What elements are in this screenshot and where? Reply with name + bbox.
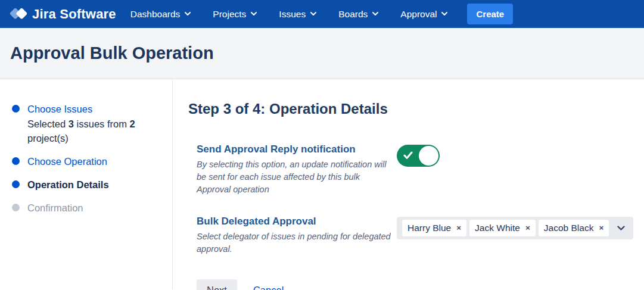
cancel-link[interactable]: Cancel <box>253 285 284 290</box>
main-panel: Step 3 of 4: Operation Details Send Appr… <box>173 79 644 289</box>
step-bullet-icon <box>12 105 20 113</box>
selected-tag: Jack White × <box>469 220 536 236</box>
tag-label: Jacob Black <box>544 223 594 233</box>
tag-label: Jack White <box>475 223 520 233</box>
field-row-send-notification: Send Approval Reply notification By sele… <box>188 144 633 196</box>
field-control-column: Harry Blue × Jack White × Jacob Black × <box>397 216 633 239</box>
field-description: By selecting this option, an update noti… <box>197 158 393 196</box>
step-confirmation: Confirmation <box>12 201 160 215</box>
step-bullet-icon <box>12 157 20 165</box>
nav-menu: Dashboards Projects Issues Boards Approv… <box>130 9 448 20</box>
jira-logo-icon <box>10 5 27 23</box>
wizard-steps-sidebar: Choose Issues Selected 3 issues from 2 p… <box>0 79 173 289</box>
caption-text: Selected <box>27 119 66 129</box>
step-caption: Selected 3 issues from 2 project(s) <box>27 117 160 145</box>
tag-label: Harry Blue <box>407 223 451 233</box>
nav-item-approval[interactable]: Approval <box>400 9 447 20</box>
step-bullet-icon <box>12 180 20 188</box>
selected-tag: Harry Blue × <box>402 220 466 236</box>
remove-tag-icon[interactable]: × <box>599 224 603 232</box>
step-label[interactable]: Choose Issues <box>27 102 160 116</box>
content: Choose Issues Selected 3 issues from 2 p… <box>0 79 644 289</box>
remove-tag-icon[interactable]: × <box>525 224 530 232</box>
next-button[interactable]: Next <box>197 279 237 290</box>
caption-text: project(s) <box>27 133 69 144</box>
nav-item-label: Approval <box>400 9 437 20</box>
remove-tag-icon[interactable]: × <box>456 224 461 232</box>
step-heading: Step 3 of 4: Operation Details <box>188 101 633 117</box>
step-choose-issues[interactable]: Choose Issues Selected 3 issues from 2 p… <box>12 102 160 145</box>
projects-count: 2 <box>130 119 135 129</box>
create-button[interactable]: Create <box>467 4 513 24</box>
step-bullet-icon <box>12 204 20 211</box>
step-label: Confirmation <box>27 201 83 215</box>
page-title: Approval Bulk Operation <box>10 43 214 63</box>
field-row-bulk-delegated: Bulk Delegated Approval Select delegator… <box>188 216 633 255</box>
chevron-down-icon <box>372 12 378 16</box>
notification-toggle[interactable] <box>397 145 440 167</box>
nav-item-issues[interactable]: Issues <box>279 9 316 20</box>
brand-name: Jira Software <box>32 7 116 22</box>
top-navbar: Jira Software Dashboards Projects Issues… <box>0 0 644 28</box>
field-label: Send Approval Reply notification <box>197 144 397 155</box>
nav-item-projects[interactable]: Projects <box>213 9 257 20</box>
field-control-column <box>397 144 633 167</box>
step-operation-details[interactable]: Operation Details <box>12 177 160 192</box>
chevron-down-icon <box>251 12 257 16</box>
nav-item-boards[interactable]: Boards <box>338 9 378 20</box>
nav-item-label: Boards <box>338 9 368 20</box>
nav-item-label: Projects <box>213 9 246 20</box>
field-label-column: Bulk Delegated Approval Select delegator… <box>197 216 397 255</box>
toggle-knob[interactable] <box>419 146 438 166</box>
step-choose-operation[interactable]: Choose Operation <box>12 154 160 169</box>
issues-count: 3 <box>69 119 74 129</box>
field-label: Bulk Delegated Approval <box>197 216 397 227</box>
check-icon <box>403 151 413 160</box>
nav-item-label: Dashboards <box>130 9 181 20</box>
screen: Jira Software Dashboards Projects Issues… <box>0 0 644 290</box>
page-header: Approval Bulk Operation <box>0 28 644 79</box>
field-description: Select delegator of issues in pending fo… <box>197 230 393 255</box>
nav-item-dashboards[interactable]: Dashboards <box>130 9 191 20</box>
step-label[interactable]: Choose Operation <box>27 154 107 169</box>
delegator-multiselect[interactable]: Harry Blue × Jack White × Jacob Black × <box>397 217 633 239</box>
chevron-down-icon <box>441 12 447 16</box>
selected-tag: Jacob Black × <box>539 220 609 236</box>
form-actions: Next Cancel <box>188 279 633 290</box>
chevron-down-icon <box>185 12 191 16</box>
jira-home-link[interactable]: Jira Software <box>10 5 116 23</box>
chevron-down-icon[interactable] <box>617 226 625 231</box>
step-label: Operation Details <box>27 177 109 192</box>
field-label-column: Send Approval Reply notification By sele… <box>197 144 397 196</box>
caption-text: issues from <box>77 119 127 129</box>
nav-item-label: Issues <box>279 9 306 20</box>
chevron-down-icon <box>310 12 316 16</box>
